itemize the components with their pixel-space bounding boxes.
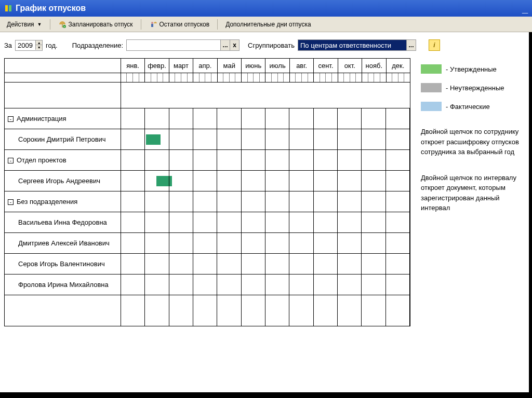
- timeline-cell[interactable]: [121, 275, 410, 295]
- minimize-button[interactable]: _: [522, 3, 528, 15]
- legend-panel: - Утвержденные - Неутвержденные - Фактич…: [410, 58, 525, 213]
- week-cells: [121, 73, 144, 83]
- blank-name: [5, 83, 121, 108]
- employee-row[interactable]: Сорокин Дмитрий Петрович: [5, 129, 121, 150]
- dept-label: Подразделение:: [72, 42, 123, 49]
- row-label: Фролова Ирина Михайловна: [18, 281, 109, 289]
- month-header: нояб.: [362, 59, 386, 73]
- main-panel: За ▲ ▼ год. Подразделение: ... x Сгруппи…: [0, 32, 532, 395]
- group-row[interactable]: -Без подразделения: [5, 191, 121, 212]
- separator: [50, 19, 50, 30]
- chevron-down-icon: ▼: [37, 22, 42, 27]
- department-input[interactable]: [127, 40, 220, 50]
- actions-label: Действия: [7, 21, 34, 28]
- timeline-cell[interactable]: [121, 233, 410, 254]
- collapse-toggle[interactable]: -: [8, 116, 14, 122]
- row-label: Отдел проектов: [17, 156, 66, 164]
- week-cells: [338, 73, 362, 83]
- month-header: янв.: [121, 59, 144, 73]
- employee-row[interactable]: Васильева Инна Федоровна: [5, 212, 121, 233]
- week-cells: [242, 73, 265, 83]
- month-header: сент.: [314, 59, 338, 73]
- employee-row[interactable]: Фролова Ирина Михайловна: [5, 275, 121, 295]
- week-cells: [362, 73, 386, 83]
- department-clear-button[interactable]: x: [230, 40, 239, 50]
- row-label: Васильева Инна Федоровна: [18, 218, 107, 226]
- actual-label: - Фактические: [446, 103, 490, 111]
- week-cells: [217, 73, 241, 83]
- year-up-button[interactable]: ▲: [36, 40, 42, 45]
- window-title: График отпусков: [16, 4, 86, 13]
- balances-button[interactable]: Остатки отпусков: [144, 18, 215, 31]
- svg-point-5: [151, 22, 153, 24]
- department-field[interactable]: ... x: [126, 39, 240, 51]
- week-cells: [169, 73, 193, 83]
- za-label: За: [4, 42, 12, 49]
- toolbar: Действия ▼ + Запланировать отпуск Остатк…: [0, 17, 532, 32]
- employee-row[interactable]: Дмитриев Алексей Иванович: [5, 233, 121, 254]
- collapse-toggle[interactable]: -: [8, 199, 14, 205]
- employee-row[interactable]: Сергеев Игорь Андреевич: [5, 171, 121, 191]
- timeline-cell[interactable]: [121, 150, 410, 171]
- row-label: Дмитриев Алексей Иванович: [18, 239, 110, 247]
- actions-menu[interactable]: Действия ▼: [2, 19, 47, 30]
- year-input[interactable]: [16, 40, 35, 50]
- week-cells: [314, 73, 338, 83]
- blank-cells: [121, 83, 410, 108]
- week-cells: [386, 73, 410, 83]
- year-spinner[interactable]: ▲ ▼: [15, 40, 43, 51]
- month-header: февр.: [145, 59, 169, 73]
- department-browse-button[interactable]: ...: [220, 40, 230, 50]
- app-icon: [4, 4, 12, 12]
- group-by-field[interactable]: По центрам ответственности ...: [298, 39, 416, 51]
- timeline-cell[interactable]: [121, 191, 410, 212]
- vacation-bar[interactable]: [156, 176, 172, 186]
- week-cells: [193, 73, 217, 83]
- empty-row: [5, 295, 121, 326]
- collapse-toggle[interactable]: -: [8, 158, 14, 163]
- timeline-cell[interactable]: [121, 254, 410, 275]
- row-label: Серов Игорь Валентинович: [18, 260, 105, 268]
- timeline-cell[interactable]: [121, 212, 410, 233]
- month-header: окт.: [338, 59, 362, 73]
- row-label: Без подразделения: [17, 198, 77, 205]
- separator: [141, 19, 141, 30]
- group-browse-button[interactable]: ...: [406, 40, 416, 50]
- balances-label: Остатки отпусков: [159, 21, 210, 28]
- unapproved-label: - Неутвержденные: [446, 84, 504, 92]
- month-header: июль: [265, 59, 289, 73]
- god-label: год.: [46, 42, 58, 49]
- timeline-cell[interactable]: [121, 171, 410, 191]
- week-cells: [289, 73, 313, 83]
- svg-rect-6: [151, 24, 153, 27]
- hint-interval: Двойной щелчок по интервалу откроет доку…: [421, 173, 525, 213]
- week-cells: [265, 73, 289, 83]
- approved-label: - Утвержденные: [446, 65, 497, 73]
- extra-days-button[interactable]: Дополнительные дни отпуска: [221, 19, 315, 30]
- svg-rect-0: [5, 5, 8, 11]
- group-row[interactable]: -Администрация: [5, 108, 121, 129]
- employee-row[interactable]: Серов Игорь Валентинович: [5, 254, 121, 275]
- actual-swatch: [421, 102, 442, 111]
- timeline-cell[interactable]: [121, 108, 410, 129]
- info-button[interactable]: i: [429, 39, 440, 51]
- person-umbrella-icon: [149, 20, 157, 29]
- vacation-bar[interactable]: [146, 134, 161, 145]
- group-by-value: По центрам ответственности: [298, 40, 406, 50]
- unapproved-swatch: [421, 83, 442, 92]
- separator: [217, 19, 218, 30]
- group-row[interactable]: -Отдел проектов: [5, 150, 121, 171]
- timeline-cell[interactable]: [121, 129, 410, 150]
- month-header: дек.: [386, 59, 410, 73]
- title-bar: График отпусков _: [0, 0, 532, 17]
- plan-vacation-button[interactable]: + Запланировать отпуск: [54, 18, 138, 31]
- group-label: Сгруппировать: [248, 42, 295, 49]
- year-down-button[interactable]: ▼: [36, 45, 42, 50]
- umbrella-plus-icon: +: [58, 20, 66, 29]
- svg-rect-1: [9, 5, 11, 11]
- hint-employee: Двойной щелчок по сотруднику откроет рас…: [421, 127, 525, 157]
- month-header: апр.: [193, 59, 217, 73]
- month-header: авг.: [289, 59, 313, 73]
- week-cells: [145, 73, 169, 83]
- name-column-header: [5, 59, 121, 73]
